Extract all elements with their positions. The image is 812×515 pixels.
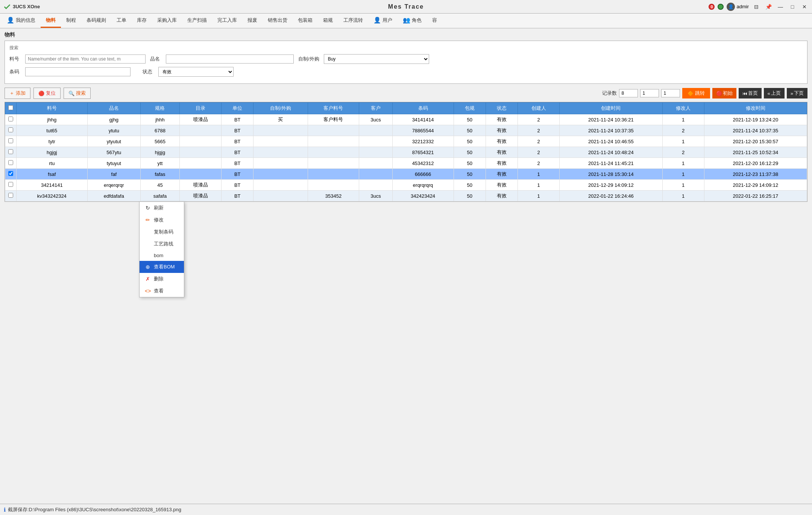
ctx-copy-barcode[interactable]: 复制条码 [140,226,184,238]
cell-createtime-5: 2021-11-28 15:30:14 [560,169,662,180]
search-input-name[interactable] [166,55,294,64]
select-make-buy[interactable]: Buy Make [324,54,429,64]
cell-name-7: edfdafafa [87,191,140,201]
records-count-input[interactable] [619,89,638,97]
header-create-time: 创建时间 [560,103,662,114]
window-monitor-btn[interactable]: ⊟ [752,2,761,11]
nav-label-production-scan: 生产扫描 [187,17,207,24]
nav-item-myinfo[interactable]: 👤 我的信息 [2,14,41,28]
nav-label-purchase: 采购入库 [157,17,177,24]
row-checkbox-0[interactable] [5,114,17,125]
ctx-bom[interactable]: bom [140,250,184,261]
reset-button[interactable]: 🔴 复位 [33,88,61,99]
nav-label-barcode-rule: 条码规则 [87,17,106,24]
window-pin-btn[interactable]: 📌 [764,2,773,11]
prev-page-button[interactable]: « 上页 [764,88,785,98]
nav-item-role[interactable]: 👥 角色 [398,14,427,28]
page-total-input[interactable] [661,89,680,97]
table-row[interactable]: hgjgj567ytuhjgjgBT8765432150有效22021-11-2… [5,147,807,158]
search-input-barcode[interactable] [25,67,131,76]
header-status: 状态 [486,103,518,114]
row-checkbox-6[interactable] [5,180,17,191]
cell-creator-7: 1 [518,191,560,201]
jump-label: 跳转 [695,90,705,97]
table-row[interactable]: rtutytuyutyttBT4534231250有效22021-11-24 1… [5,158,807,169]
search-input-partno[interactable] [25,55,146,64]
select-status[interactable]: 有效 无效 [158,67,234,77]
nav-item-material[interactable]: 物料 [41,14,61,28]
view-icon: <> [145,288,151,294]
jump-button[interactable]: 🔶 跳转 [682,88,710,98]
table-row[interactable]: kv343242324edfdafafasafafa喷漆品BT3534523uc… [5,191,807,201]
row-checkbox-5[interactable] [5,169,17,180]
row-checkbox-3[interactable] [5,147,17,158]
cell-status-0: 有效 [486,114,518,125]
cell-partno-0: jhhg [17,114,88,125]
cell-barcode-4: 45342312 [392,158,454,169]
row-checkbox-1[interactable] [5,125,17,136]
cell-catalog-3 [179,147,221,158]
ctx-delete-label: 删除 [154,276,164,282]
nav-item-boxrule[interactable]: 箱规 [318,14,338,28]
delete-icon: ✗ [145,276,151,282]
table-row[interactable]: fsaffaffafasBT66666650有效12021-11-28 15:3… [5,169,807,180]
cell-cust-partno-2 [308,136,359,147]
next-page-button[interactable]: » 下页 [787,88,807,98]
table-row[interactable]: jhhggjhgjhhh喷漆品BT买客户料号3ucs3414141450有效22… [5,114,807,125]
nav-item-sales[interactable]: 销售出货 [263,14,293,28]
jump-icon: 🔶 [688,91,694,96]
ctx-refresh[interactable]: ↻ 刷新 [140,202,184,214]
select-all-checkbox[interactable] [8,105,13,110]
window-minimize-btn[interactable]: — [776,2,785,11]
cell-status-6: 有效 [486,180,518,191]
row-checkbox-2[interactable] [5,136,17,147]
table-row[interactable]: tytrytyutut5665BT3221233250有效22021-11-24… [5,136,807,147]
data-table: 料号 品名 规格 目录 单位 自制/外购 客户料号 客户 条码 包规 状态 创建… [5,102,807,201]
page-current-input[interactable] [640,89,659,97]
table-row[interactable]: 34214141erqerqrqr45喷漆品BTerqrqrqrq50有效120… [5,180,807,191]
cell-name-5: faf [87,169,140,180]
ctx-edit-label: 修改 [154,217,164,223]
ctx-view-bom[interactable]: ⊕ 查看BOM [140,261,184,273]
window-maximize-btn[interactable]: □ [788,2,797,11]
ctx-view[interactable]: <> 查看 [140,285,184,297]
nav-item-production-scan[interactable]: 生产扫描 [182,14,212,28]
header-make-buy: 自制/外购 [253,103,308,114]
ctx-edit[interactable]: ✏ 修改 [140,214,184,226]
nav-item-completion[interactable]: 完工入库 [212,14,242,28]
header-creator: 创建人 [518,103,560,114]
window-close-btn[interactable]: ✕ [800,2,809,11]
cell-partno-3: hgjgj [17,147,88,158]
nav-item-purchase[interactable]: 采购入库 [152,14,182,28]
start-label: 初始 [723,90,733,97]
nav-label-workflow: 工序流转 [343,17,363,24]
add-button[interactable]: ＋ 添加 [5,88,30,99]
row-checkbox-7[interactable] [5,191,17,201]
table-row[interactable]: tut65ytutu6788BT7886554450有效22021-11-24 … [5,125,807,136]
cell-barcode-7: 342423424 [392,191,454,201]
nav-item-scrap[interactable]: 报废 [242,14,263,28]
cell-packqty-2: 50 [454,136,486,147]
header-checkbox[interactable] [5,103,17,114]
user-menu[interactable]: 👤 admir [727,3,749,11]
search-button[interactable]: 🔍 搜索 [64,88,91,99]
nav-item-inventory[interactable]: 库存 [132,14,152,28]
header-name: 品名 [87,103,140,114]
cell-spec-2: 5665 [140,136,179,147]
cell-makebuy-1 [253,125,308,136]
nav-item-process[interactable]: 制程 [61,14,81,28]
first-page-button[interactable]: ⏮ 首页 [739,88,762,98]
start-button[interactable]: 🔴 初始 [712,88,736,98]
nav-item-container[interactable]: 容 [427,14,442,28]
nav-label-role: 角色 [412,17,422,24]
cell-unit-2: BT [222,136,253,147]
ctx-process-route[interactable]: 工艺路线 [140,238,184,250]
nav-item-packbox[interactable]: 包装箱 [293,14,318,28]
nav-item-user[interactable]: 👤 用户 [368,14,398,28]
ctx-delete[interactable]: ✗ 删除 [140,273,184,285]
nav-item-workorder[interactable]: 工单 [111,14,132,28]
cell-makebuy-7 [253,191,308,201]
nav-item-workflow[interactable]: 工序流转 [338,14,368,28]
row-checkbox-4[interactable] [5,158,17,169]
nav-item-barcode-rule[interactable]: 条码规则 [81,14,111,28]
